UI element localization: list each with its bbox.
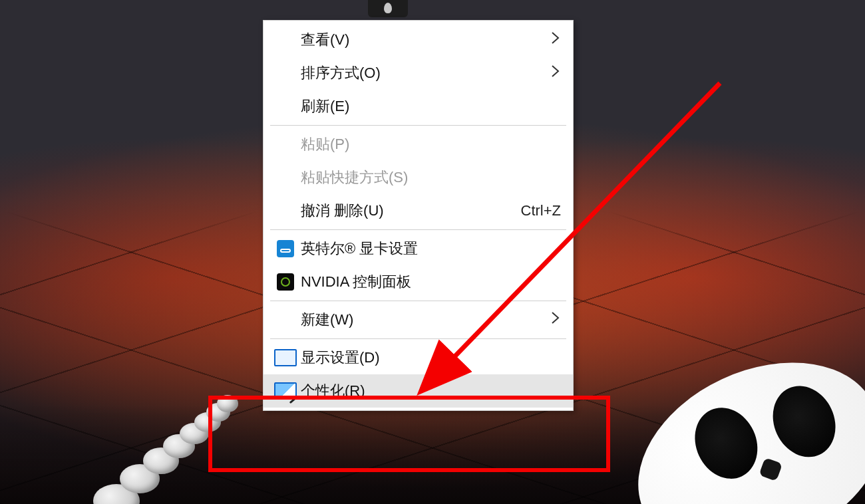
menu-item-paste: 粘贴(P): [263, 128, 573, 161]
display-icon: [270, 349, 301, 366]
nvidia-icon: [270, 273, 301, 291]
menu-item-label: 英特尔® 显卡设置: [301, 239, 561, 259]
menu-separator: [270, 125, 566, 126]
menu-item-accelerator: Ctrl+Z: [521, 202, 562, 219]
menu-item-view[interactable]: 查看(V): [263, 23, 573, 57]
menu-item-display[interactable]: 显示设置(D): [263, 341, 573, 374]
menu-item-label: 显示设置(D): [301, 348, 561, 368]
menu-separator: [270, 338, 566, 339]
menu-item-intel[interactable]: 英特尔® 显卡设置: [263, 232, 573, 265]
menu-item-new[interactable]: 新建(W): [263, 303, 573, 336]
menu-item-paste_short: 粘贴快捷方式(S): [263, 161, 573, 194]
menu-item-label: 排序方式(O): [301, 63, 550, 83]
intel-icon: [270, 240, 301, 257]
menu-item-label: 个性化(R): [301, 381, 561, 401]
menu-item-label: 新建(W): [301, 310, 550, 330]
personalize-icon: [270, 382, 301, 400]
chevron-right-icon: [550, 64, 561, 82]
menu-item-label: 撤消 删除(U): [301, 201, 521, 221]
menu-separator: [270, 229, 566, 230]
menu-item-sort[interactable]: 排序方式(O): [263, 57, 573, 90]
menu-item-label: 粘贴快捷方式(S): [301, 168, 561, 188]
menu-separator: [270, 301, 566, 301]
menu-item-label: 查看(V): [301, 30, 550, 50]
chevron-right-icon: [550, 31, 561, 49]
desktop-context-menu: 查看(V)排序方式(O)刷新(E)粘贴(P)粘贴快捷方式(S)撤消 删除(U)C…: [263, 20, 574, 411]
menu-item-label: 粘贴(P): [301, 134, 561, 154]
menu-item-refresh[interactable]: 刷新(E): [263, 90, 573, 123]
chevron-right-icon: [550, 311, 561, 329]
menu-item-undo[interactable]: 撤消 删除(U)Ctrl+Z: [263, 194, 573, 227]
menu-item-personalize[interactable]: 个性化(R): [263, 374, 573, 408]
menu-item-label: 刷新(E): [301, 96, 561, 116]
menu-item-label: NVIDIA 控制面板: [301, 272, 561, 292]
menu-item-nvidia[interactable]: NVIDIA 控制面板: [263, 265, 573, 299]
top-badge-icon: [368, 0, 408, 17]
